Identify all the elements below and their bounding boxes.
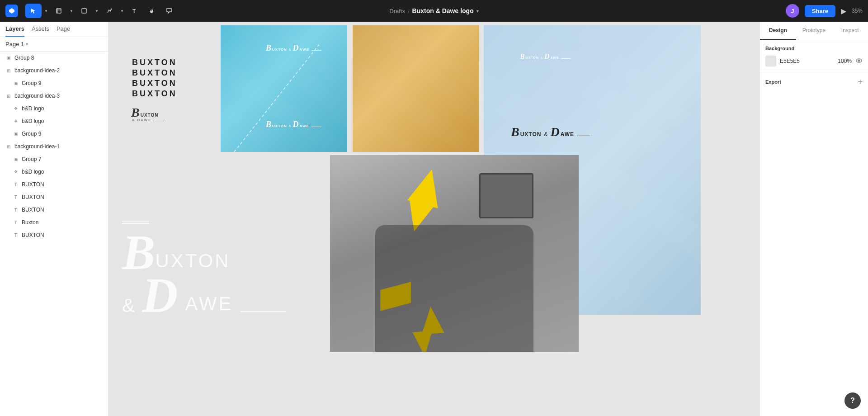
group-icon — [13, 131, 19, 137]
group-icon — [5, 55, 12, 61]
layer-label: Buxton — [22, 219, 38, 226]
layer-buxton-lowercase[interactable]: Buxton — [0, 216, 108, 229]
svg-line-11 — [234, 43, 320, 152]
bg-color-row: E5E5E5 100% — [765, 56, 863, 66]
breadcrumb: Drafts / Buxton & Dawe logo ▾ — [389, 7, 478, 14]
layer-buxton-3[interactable]: BUXTON — [0, 203, 108, 216]
frame-icon — [5, 67, 12, 74]
layer-label: b&D logo — [22, 169, 44, 175]
project-name[interactable]: Buxton & Dawe logo — [412, 7, 474, 14]
opacity-value[interactable]: 100% — [838, 58, 852, 64]
layer-label: Group 8 — [14, 55, 34, 61]
layers-list: Group 8 background-idea-2 Group 9 backgr… — [0, 52, 108, 416]
tab-layers[interactable]: Layers — [5, 25, 24, 37]
component-icon — [13, 105, 19, 112]
left-panel: Layers Assets Page Page 1 ▾ Group 8 back… — [0, 22, 108, 416]
visibility-toggle[interactable] — [855, 57, 863, 66]
tab-page[interactable]: Page — [57, 25, 70, 37]
buxton-text-2: BUXTON — [132, 68, 177, 78]
text-icon — [13, 181, 19, 188]
tool-shape[interactable] — [76, 4, 92, 18]
help-button[interactable]: ? — [844, 392, 861, 409]
project-chevron-icon[interactable]: ▾ — [476, 9, 479, 14]
large-ampersand: & — [122, 295, 135, 320]
page-name: Page 1 — [5, 41, 24, 47]
layer-bd-logo-2[interactable]: b&D logo — [0, 115, 108, 128]
layer-buxton-5[interactable]: BUXTON — [0, 229, 108, 241]
text-icon — [13, 219, 19, 226]
tool-select[interactable] — [25, 4, 42, 18]
svg-marker-0 — [9, 8, 14, 14]
background-section: Background E5E5E5 100% — [760, 40, 868, 72]
layer-label: background-idea-3 — [14, 93, 60, 99]
layer-bg-idea-3[interactable]: background-idea-3 — [0, 90, 108, 102]
canvas-inner: BUXTON BUXTON BUXTON BUXTON B UXTON & DA… — [108, 22, 741, 406]
layer-label: b&D logo — [22, 105, 44, 112]
toolbar-tools: ▼ ▼ ▼ ▼ T — [25, 4, 177, 18]
layer-label: b&D logo — [22, 118, 44, 124]
logo-on-bg3-middle: B UXTON & D AWE — [511, 125, 590, 139]
tool-text[interactable]: T — [127, 4, 143, 18]
layer-group9-1[interactable]: Group 9 — [0, 77, 108, 90]
tool-pen[interactable] — [101, 4, 118, 18]
zoom-level[interactable]: 35% — [852, 8, 863, 14]
bg-frame-1[interactable]: B UXTON & D AWE B UXTON & — [221, 25, 347, 152]
color-hex-value[interactable]: E5E5E5 — [780, 58, 834, 64]
layer-bg-idea-1[interactable]: background-idea-1 — [0, 140, 108, 153]
layer-bd-logo-3[interactable]: b&D logo — [0, 165, 108, 178]
page-selector[interactable]: Page 1 ▾ — [0, 37, 108, 52]
layer-buxton-1[interactable]: BUXTON — [0, 178, 108, 191]
breadcrumb-prefix[interactable]: Drafts — [389, 8, 405, 14]
export-label: Export — [765, 79, 781, 85]
bd-logo-small: B UXTON & DAWE — [131, 105, 166, 122]
app-logo[interactable] — [5, 5, 18, 17]
svg-text:T: T — [132, 8, 136, 14]
layer-label: background-idea-2 — [14, 67, 60, 74]
layer-bd-logo-1[interactable]: b&D logo — [0, 102, 108, 115]
logo-underline — [241, 311, 286, 312]
tool-frame-dropdown[interactable]: ▼ — [68, 4, 75, 18]
svg-rect-4 — [82, 9, 86, 13]
tool-select-dropdown[interactable]: ▼ — [42, 4, 50, 18]
layer-label: BUXTON — [22, 232, 44, 238]
large-logo-area: B UXTON & D AWE — [122, 221, 286, 320]
layer-label: BUXTON — [22, 207, 44, 213]
tab-assets[interactable]: Assets — [32, 25, 49, 37]
right-panel: Design Prototype Inspect Background E5E5… — [760, 22, 868, 416]
component-icon — [13, 169, 19, 175]
text-icon — [13, 207, 19, 213]
tab-inspect[interactable]: Inspect — [832, 22, 868, 40]
tab-prototype[interactable]: Prototype — [796, 22, 832, 40]
avatar[interactable]: J — [786, 4, 799, 18]
layer-group9-2[interactable]: Group 9 — [0, 128, 108, 140]
export-add-button[interactable]: + — [858, 78, 863, 86]
canvas-area[interactable]: BUXTON BUXTON BUXTON BUXTON B UXTON & DA… — [108, 22, 760, 416]
play-button[interactable]: ▶ — [841, 7, 846, 15]
bg-frame-2[interactable] — [353, 25, 479, 152]
tool-pen-dropdown[interactable]: ▼ — [118, 4, 126, 18]
layer-group7[interactable]: Group 7 — [0, 153, 108, 165]
component-icon — [13, 118, 19, 124]
layer-bg-idea-2[interactable]: background-idea-2 — [0, 64, 108, 77]
topbar: ▼ ▼ ▼ ▼ T — [0, 0, 868, 22]
tool-shape-dropdown[interactable]: ▼ — [93, 4, 100, 18]
tool-hand[interactable] — [144, 4, 160, 18]
layer-group8[interactable]: Group 8 — [0, 52, 108, 64]
tool-comment[interactable] — [161, 4, 177, 18]
layer-buxton-2[interactable]: BUXTON — [0, 191, 108, 203]
export-section: Export + — [760, 72, 868, 91]
group-icon — [13, 80, 19, 86]
svg-rect-1 — [57, 9, 61, 13]
breadcrumb-separator: / — [408, 8, 410, 14]
layer-label: BUXTON — [22, 181, 44, 188]
layer-label: BUXTON — [22, 194, 44, 200]
tab-design[interactable]: Design — [760, 22, 796, 40]
color-swatch[interactable] — [765, 56, 776, 66]
layer-label: Group 9 — [22, 131, 41, 137]
large-d-letter: D — [142, 270, 178, 320]
stripe-svg-2 — [353, 25, 479, 152]
panel-tabs: Layers Assets Page — [0, 22, 108, 37]
main-layout: Layers Assets Page Page 1 ▾ Group 8 back… — [0, 22, 868, 416]
tool-frame[interactable] — [51, 4, 67, 18]
share-button[interactable]: Share — [805, 5, 835, 17]
